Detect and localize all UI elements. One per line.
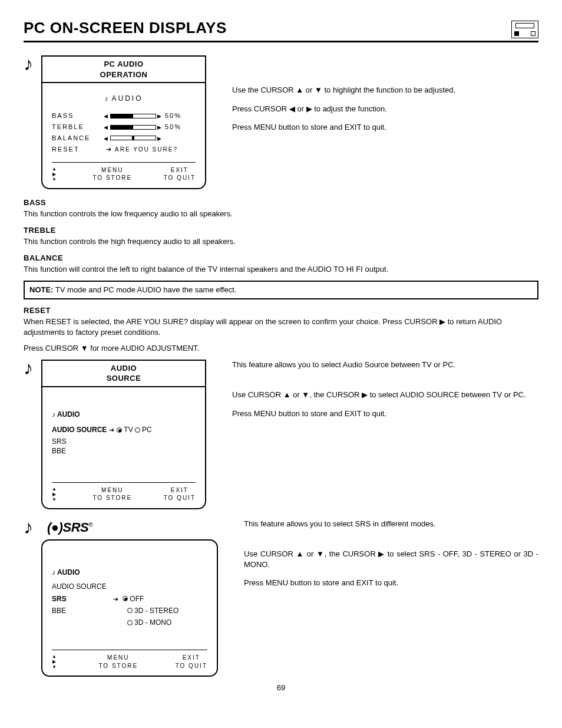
radio-on-icon [123,596,128,601]
bass-value: 50% [165,111,181,120]
osd-box-audio-source: ♪ AUDIO AUDIO SOURCE TV PC SRS BBE ▲▶▼ M… [41,379,206,509]
instr-text: Press MENU button to store and EXIT to q… [232,409,538,419]
body-reset: When RESET is selected, the ARE YOU SURE… [24,317,538,337]
body-bass: This function controls the low frequency… [24,209,538,219]
instr-text: Use CURSOR ▲ or ▼, the CURSOR ▶ to selec… [232,390,538,400]
nav-arrows-icon: ▲▶▼ [52,166,61,182]
arrow-right-icon [104,145,115,154]
instructions-2: This feature allows you to select Audio … [214,360,538,427]
osd-label-line1: PC AUDIO [51,59,197,70]
instr-intro: This feature allows you to select Audio … [232,360,538,370]
description-block: BASS This function controls the low freq… [24,197,538,354]
instructions-1: Use the CURSOR ▲ or ▼ to highlight the f… [214,55,538,141]
header-monitor-icon [511,21,538,38]
instr-text: Press MENU button to store and EXIT to q… [244,578,538,588]
instr-text: Press MENU button to store and EXIT to q… [232,122,538,133]
music-note-icon: ♪ [24,358,33,377]
nav-arrows-icon: ▲▶▼ [52,654,61,670]
row-srs: SRS OFF [52,594,207,604]
row-srs: SRS [52,437,196,446]
nav-arrows-icon: ▲▶▼ [52,486,61,502]
row-audio-source: AUDIO SOURCE TV PC [52,425,196,434]
slider-bar [110,125,156,130]
instr-text: Use the CURSOR ▲ or ▼ to highlight the f… [232,85,538,95]
music-note-icon: ♪ [104,94,108,103]
section-pc-audio: ♪ PC AUDIO OPERATION ♪AUDIO BASS 50% TER… [24,55,538,189]
reset-prompt: ARE YOU SURE? [115,146,178,154]
slider-bar [110,114,156,118]
heading-bass: BASS [24,197,538,208]
osd-title: ♪ AUDIO [52,568,207,577]
section-audio-source: ♪ AUDIO SOURCE ♪ AUDIO AUDIO SOURCE TV P… [24,360,538,509]
radio-off-icon [127,620,133,625]
osd-audio-source-wrap: AUDIO SOURCE ♪ AUDIO AUDIO SOURCE TV PC … [41,360,206,509]
heading-balance: BALANCE [24,253,538,263]
instr-text: Press CURSOR ◀ or ▶ to adjust the functi… [232,104,538,114]
instr-text: Use CURSOR ▲ or ▼, the CURSOR ▶ to selec… [244,549,538,569]
note-body: TV mode and PC mode AUDIO have the same … [53,285,236,294]
page-title: PC ON-SCREEN DISPLAYS [24,18,227,38]
body-balance: This function will control the left to r… [24,264,538,275]
radio-off-icon [135,427,140,433]
row-mono: 3D - MONO [52,618,207,627]
osd-box-pc-audio: ♪AUDIO BASS 50% TERBLE 50% BALANCE RE [41,75,206,189]
music-note-icon: ♪ [24,54,33,73]
slider-bar [110,136,156,140]
osd-srs-wrap: (●)SRS® ♪ AUDIO AUDIO SOURCE SRS OFF BBE… [41,519,218,677]
row-bass: BASS 50% [52,111,196,120]
osd-box-srs: ♪ AUDIO AUDIO SOURCE SRS OFF BBE 3D - ST… [41,539,218,677]
osd-footer: ▲▶▼ MENUTO STORE EXITTO QUIT [52,162,196,182]
triangle-right-icon [157,111,163,120]
arrow-right-icon [111,594,121,604]
heading-reset: RESET [24,305,538,316]
radio-off-icon [127,608,133,613]
arrow-right-icon [107,425,117,434]
section-srs: ♪ (●)SRS® ♪ AUDIO AUDIO SOURCE SRS OFF B… [24,519,538,677]
triangle-left-icon [104,123,109,131]
osd-label-audio-source: AUDIO SOURCE [41,360,206,387]
music-note-icon: ♪ [52,568,55,577]
more-adjustment: Press CURSOR ▼ for more AUDIO ADJUSTMENT… [24,343,538,354]
note-box: NOTE: TV mode and PC mode AUDIO have the… [24,281,538,299]
osd-footer: ▲▶▼ MENUTO STORE EXITTO QUIT [52,650,207,670]
music-note-icon: ♪ [24,518,33,536]
instructions-3: This feature allows you to select SRS in… [226,519,538,597]
note-label: NOTE: [29,285,53,294]
triangle-left-icon [104,134,109,143]
heading-treble: TREBLE [24,225,538,236]
terble-value: 50% [165,123,181,131]
body-treble: This function controls the high frequenc… [24,236,538,247]
radio-on-icon [117,427,122,433]
row-terble: TERBLE 50% [52,123,196,131]
osd-footer: ▲▶▼ MENUTO STORE EXITTO QUIT [52,482,196,502]
row-reset: RESET ARE YOU SURE? [52,145,196,154]
instr-intro: This feature allows you to select SRS in… [244,519,538,529]
triangle-right-icon [157,134,163,143]
page-number: 69 [24,683,538,693]
triangle-right-icon [157,123,163,131]
osd-pc-audio-wrap: PC AUDIO OPERATION ♪AUDIO BASS 50% TERBL… [41,55,206,189]
osd-title: ♪AUDIO [52,94,196,103]
row-balance: BALANCE [52,134,196,143]
osd-label-pc-audio: PC AUDIO OPERATION [41,55,206,83]
osd-label-line2: OPERATION [51,70,197,80]
row-audio-source: AUDIO SOURCE [52,582,207,591]
triangle-left-icon [104,111,109,120]
osd-title: ♪ AUDIO [52,410,196,419]
page-header: PC ON-SCREEN DISPLAYS [24,18,538,42]
row-bbe: BBE 3D - STEREO [52,606,207,615]
music-note-icon: ♪ [52,410,55,419]
row-bbe: BBE [52,446,196,456]
srs-logo: (●)SRS® [47,519,218,536]
